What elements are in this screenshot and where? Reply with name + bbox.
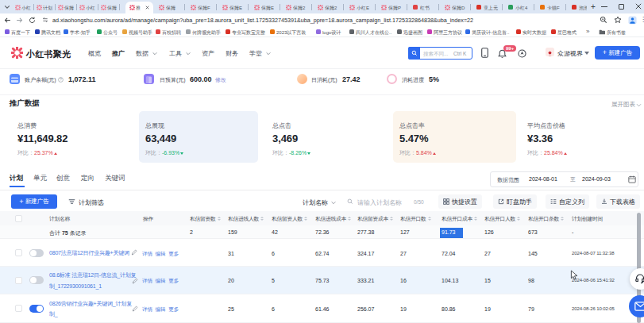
svg-text:?: ?: [60, 78, 62, 82]
